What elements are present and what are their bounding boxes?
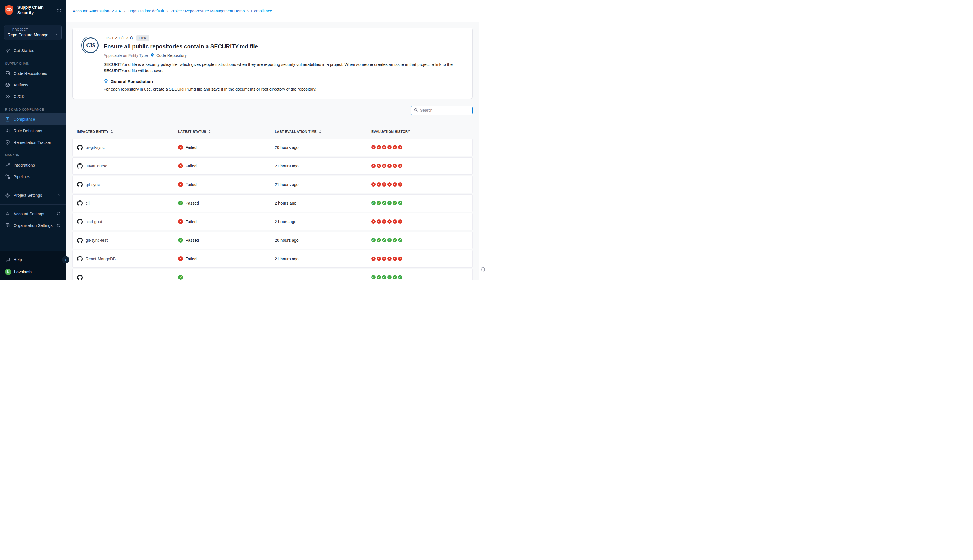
github-icon [77,200,83,206]
organization-settings-icon [5,223,10,228]
sidebar-item-account-settings[interactable]: Account Settings [0,208,66,220]
breadcrumb-compliance-link[interactable]: Compliance [251,9,272,13]
applicable-label: Applicable on Entity Type [103,53,148,58]
history-fail-icon: × [387,145,392,150]
evaluation-time: 21 hours ago [275,164,371,168]
evaluation-time: 2 hours ago [275,201,371,205]
history-fail-icon: × [393,220,397,224]
sidebar-item-code-repositories[interactable]: Code Repositories [0,68,66,79]
sidebar-item-artifacts[interactable]: Artifacts [0,79,66,91]
status-icon: × [178,182,183,187]
search-box[interactable] [411,106,473,115]
project-name: Repo Posture Manage… [8,33,53,37]
avatar[interactable]: L [5,269,11,275]
sidebar-item-get-started[interactable]: Get Started [0,45,66,56]
entity-name[interactable]: pr-git-sync [85,145,105,150]
sidebar-item-rule-definitions[interactable]: Rule Definitions [0,125,66,137]
github-icon [77,275,83,280]
sidebar-item-label: Organization Settings [13,223,53,228]
entity-name[interactable]: git-sync [85,182,100,187]
content-area: CIS CIS-1.2.1 (1.2.1) LOW Ensure all pub… [66,22,479,280]
sort-icon[interactable] [209,130,210,133]
status-icon: × [178,163,183,168]
table-row[interactable]: cli ✓ Passed 2 hours ago ✓✓✓✓✓✓ [72,195,473,212]
brand-title-line1: Supply Chain [17,5,43,10]
account-settings-icon [5,211,10,217]
column-header-latest-status[interactable]: LATEST STATUS [178,130,275,134]
sidebar-item-pipelines[interactable]: Pipelines [0,171,66,182]
history-fail-icon: × [398,257,402,261]
sidebar-item-project-settings[interactable]: Project Settings [0,189,66,201]
table-row[interactable]: JavaCourse × Failed 21 hours ago ×××××× [72,157,473,175]
history-fail-icon: × [398,182,402,187]
sort-icon[interactable] [111,130,113,133]
history-pass-icon: ✓ [398,275,402,280]
sidebar-item-cicd[interactable]: CI/CD [0,91,66,102]
entity-name[interactable]: JavaCourse [85,164,107,168]
history-fail-icon: × [371,164,376,168]
table-row[interactable]: React-MongoDB × Failed 21 hours ago ××××… [72,250,473,268]
sidebar-item-help[interactable]: Help [0,254,66,265]
sidebar-item-organization-settings[interactable]: Organization Settings [0,220,66,231]
breadcrumb-account-link[interactable]: Account: Automation-SSCA [73,9,121,13]
chevron-right-icon [55,32,58,37]
table-header: IMPACTED ENTITY LATEST STATUS LAST EVALU… [72,130,473,134]
evaluation-history: ✓✓✓✓✓✓ [371,201,472,205]
history-fail-icon: × [393,257,397,261]
entity-type-link[interactable]: Code Repository [150,53,187,58]
sidebar-item-label: Integrations [13,163,35,167]
project-selector[interactable]: PROJECT Repo Posture Manage… [4,25,62,40]
main-area: Account: Automation-SSCA › Organization:… [66,0,486,280]
history-fail-icon: × [382,145,386,150]
cis-logo: CIS [83,37,98,53]
sidebar-item-compliance[interactable]: Compliance [0,113,66,125]
sidebar-item-remediation-tracker[interactable]: Remediation Tracker [0,137,66,148]
sidebar-item-label: Remediation Tracker [13,140,51,145]
search-input[interactable] [420,108,470,113]
table-row[interactable]: git-sync-test ✓ Passed 20 hours ago ✓✓✓✓… [72,232,473,249]
table-row[interactable]: cicd-goat × Failed 2 hours ago ×××××× [72,213,473,230]
table-row[interactable]: pr-git-sync × Failed 20 hours ago ×××××× [72,139,473,156]
sidebar-item-label: Pipelines [13,175,30,179]
status-icon: × [178,145,183,150]
entity-name[interactable]: git-sync-test [85,238,108,243]
support-headset-icon[interactable] [480,266,486,273]
evaluation-history: ×××××× [371,257,472,261]
breadcrumb-project-link[interactable]: Project: Repo Posture Management Demo [170,9,245,13]
table-body: pr-git-sync × Failed 20 hours ago ××××××… [72,139,473,280]
code-repository-icon [150,53,155,58]
column-header-evaluation-history: EVALUATION HISTORY [371,130,473,134]
sidebar: Supply Chain Security PROJECT Repo Postu… [0,0,66,280]
sidebar-collapse-handle[interactable]: ‹ [62,256,69,263]
status-icon: ✓ [178,275,183,280]
table-row[interactable]: git-sync × Failed 21 hours ago ×××××× [72,176,473,193]
evaluation-history: ✓✓✓✓✓✓ [371,238,472,242]
brand-title-line2: Security [17,10,43,15]
history-fail-icon: × [387,182,392,187]
chevron-right-icon [57,193,60,197]
history-fail-icon: × [387,257,392,261]
info-icon [57,223,60,227]
column-header-last-evaluation-time[interactable]: LAST EVALUATION TIME [275,130,371,134]
status-label: Failed [185,257,197,261]
sidebar-item-label: CI/CD [13,94,25,99]
compliance-icon [5,117,10,122]
breadcrumb-organization-link[interactable]: Organization: default [127,9,164,13]
history-pass-icon: ✓ [371,201,376,205]
history-pass-icon: ✓ [393,201,397,205]
search-icon [414,108,418,113]
user-name: Lavakush [14,270,32,274]
status-label: Passed [185,238,199,243]
entity-name[interactable]: cli [85,201,90,205]
entity-name[interactable]: React-MongoDB [85,257,116,261]
sidebar-section-supply-chain: SUPPLY CHAIN [5,62,60,65]
table-row[interactable]: ✓ ✓✓✓✓✓✓ [72,269,473,280]
sort-icon[interactable] [319,130,321,133]
sidebar-item-label: Rule Definitions [13,128,42,133]
sidebar-item-integrations[interactable]: Integrations [0,159,66,171]
column-header-impacted-entity[interactable]: IMPACTED ENTITY [77,130,178,134]
history-pass-icon: ✓ [382,275,386,280]
entity-name[interactable]: cicd-goat [85,220,102,224]
module-switcher-icon[interactable] [57,7,61,13]
user-profile[interactable]: L Lavakush [0,265,66,276]
